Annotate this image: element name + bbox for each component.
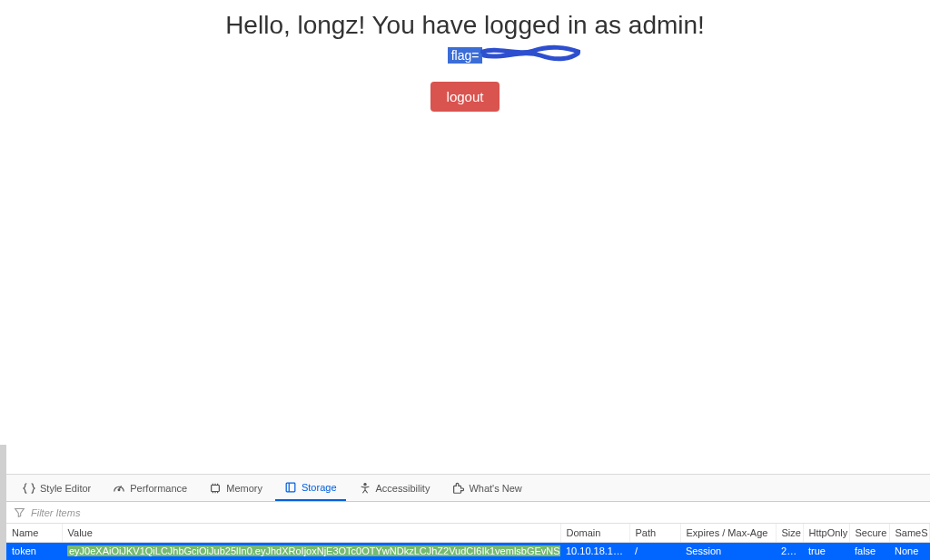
redaction-scribble [480,44,580,62]
page-title: Hello, longz! You have logged in as admi… [0,11,930,40]
col-expires[interactable]: Expires / Max-Age [680,524,776,542]
tab-memory[interactable]: Memory [200,475,272,501]
filter-input[interactable] [31,507,267,518]
col-name[interactable]: Name [6,524,62,542]
cell-expires: Session [680,542,776,560]
tab-label: Storage [302,482,337,493]
speedometer-icon [113,482,125,495]
devtools-filter-bar [6,502,930,524]
table-row[interactable]: token eyJ0eXAiOiJKV1QiLCJhbGciOiJub25lIn… [6,542,930,560]
tab-storage[interactable]: Storage [275,475,346,501]
col-path[interactable]: Path [629,524,680,542]
devtools-tabs: Style Editor Performance Memory Storage [6,475,930,502]
cell-value: eyJ0eXAiOiJKV1QiLCJhbGciOiJub25lIn0.eyJh… [62,542,560,560]
cookie-table: Name Value Domain Path Expires / Max-Age… [6,524,930,560]
cell-path: / [629,542,680,560]
storage-icon [284,481,297,494]
tab-label: What's New [469,483,521,494]
cell-httponly: true [803,542,849,560]
braces-icon [23,482,35,495]
col-domain[interactable]: Domain [560,524,629,542]
tab-performance[interactable]: Performance [104,475,196,501]
devtools-gutter [0,445,6,560]
filter-icon [14,506,25,518]
memory-icon [209,482,222,495]
tab-style-editor[interactable]: Style Editor [14,475,100,501]
cell-domain: 10.10.18.189 [560,542,629,560]
col-samesite[interactable]: SameS [889,524,930,542]
svg-point-3 [363,483,365,485]
tab-label: Memory [226,483,262,494]
flag-text: flag= [448,47,483,64]
cell-size: 220 [776,542,803,560]
tab-label: Style Editor [40,483,91,494]
addon-icon [451,482,464,495]
cell-name: token [6,542,62,560]
svg-rect-1 [212,485,220,491]
svg-rect-2 [286,483,295,492]
logout-button[interactable]: logout [430,82,500,112]
col-size[interactable]: Size [776,524,803,542]
devtools-panel: Style Editor Performance Memory Storage [6,474,930,560]
tab-whatsnew[interactable]: What's New [442,475,530,501]
col-httponly[interactable]: HttpOnly [803,524,849,542]
col-secure[interactable]: Secure [849,524,889,542]
cell-samesite: None [889,542,930,560]
accessibility-icon [359,482,371,495]
table-header-row: Name Value Domain Path Expires / Max-Age… [6,524,930,542]
svg-point-0 [118,488,120,490]
tab-label: Performance [130,483,187,494]
tab-accessibility[interactable]: Accessibility [350,475,440,501]
col-value[interactable]: Value [62,524,560,542]
tab-label: Accessibility [376,483,430,494]
cell-secure: false [849,542,889,560]
